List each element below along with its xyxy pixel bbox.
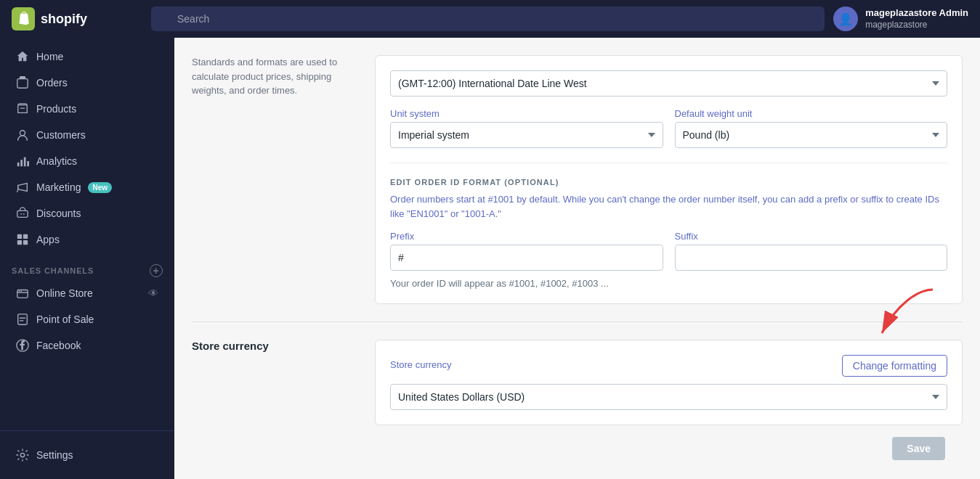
admin-store: mageplazastore	[865, 20, 968, 31]
eye-icon: 👁	[148, 287, 158, 299]
search-wrapper: 🔍	[151, 7, 825, 31]
svg-point-18	[20, 453, 24, 457]
store-currency-field-label: Store currency	[390, 359, 452, 370]
sidebar-item-discounts[interactable]: Discounts	[4, 200, 170, 226]
currency-header: Store currency Change formatting	[390, 355, 947, 377]
timezone-select[interactable]: (GMT-12:00) International Date Line West	[390, 70, 947, 97]
save-button[interactable]: Save	[892, 437, 945, 460]
weight-unit-col: Default weight unit Pound (lb)	[675, 108, 948, 148]
standards-settings-row: Standards and formats are used to calcul…	[192, 55, 963, 322]
svg-point-1	[20, 131, 25, 136]
sidebar-label-home: Home	[36, 51, 63, 62]
unit-system-label: Unit system	[390, 108, 663, 119]
svg-rect-10	[23, 234, 28, 239]
sidebar-label-orders: Orders	[36, 77, 68, 89]
sidebar-item-settings[interactable]: Settings	[4, 441, 170, 469]
svg-rect-9	[17, 234, 22, 239]
svg-rect-3	[20, 160, 23, 166]
sidebar-item-orders[interactable]: Orders	[4, 70, 170, 96]
sidebar-item-customers[interactable]: Customers	[4, 122, 170, 148]
store-currency-section-label: Store currency	[192, 340, 352, 352]
prefix-label: Prefix	[390, 231, 663, 242]
store-currency-panel: Store currency Change formatting United …	[375, 340, 963, 425]
prefix-col: Prefix	[390, 231, 663, 271]
home-icon	[16, 50, 29, 63]
marketing-new-badge: New	[88, 182, 112, 193]
weight-unit-label: Default weight unit	[675, 108, 948, 119]
apps-icon	[16, 233, 29, 246]
sidebar-item-products[interactable]: Products	[4, 96, 170, 122]
suffix-col: Suffix	[675, 231, 948, 271]
section-divider	[390, 163, 947, 163]
timezone-row: (GMT-12:00) International Date Line West	[390, 70, 947, 97]
sidebar-label-marketing: Marketing	[36, 181, 81, 193]
svg-point-7	[20, 213, 22, 215]
sidebar-item-analytics[interactable]: Analytics	[4, 148, 170, 174]
sidebar-label-facebook: Facebook	[36, 340, 81, 351]
sidebar-label-products: Products	[36, 103, 76, 115]
sidebar-item-apps[interactable]: Apps	[4, 226, 170, 253]
prefix-suffix-row: Prefix Suffix	[390, 231, 947, 271]
admin-name: mageplazastore Admin	[865, 7, 968, 20]
sidebar-label-apps: Apps	[36, 234, 60, 245]
svg-rect-12	[23, 240, 28, 245]
svg-rect-5	[27, 161, 29, 166]
unit-system-select[interactable]: Imperial system	[390, 122, 663, 148]
settings-label: Settings	[36, 449, 73, 461]
sidebar-label-pos: Point of Sale	[36, 314, 94, 325]
sidebar-label-customers: Customers	[36, 129, 86, 141]
standards-label-col: Standards and formats are used to calcul…	[192, 55, 352, 304]
svg-rect-2	[17, 163, 20, 166]
analytics-icon	[16, 155, 29, 168]
store-currency-row: Store currency Store currency Change for…	[192, 322, 963, 425]
svg-point-14	[19, 290, 20, 292]
sales-channels-section: SALES CHANNELS +	[0, 253, 174, 280]
facebook-icon	[16, 339, 29, 352]
suffix-input[interactable]	[675, 245, 948, 271]
top-navigation: shopify 🔍 👤 mageplazastore Admin magepla…	[0, 0, 980, 38]
svg-point-15	[20, 290, 22, 292]
store-currency-select[interactable]: United States Dollars (USD)	[390, 384, 947, 410]
sidebar-label-analytics: Analytics	[36, 155, 77, 167]
settings-gear-icon	[16, 449, 29, 462]
order-preview: Your order ID will appear as #1001, #100…	[390, 278, 947, 289]
weight-unit-select[interactable]: Pound (lb)	[675, 122, 948, 148]
footer-actions: Save	[192, 425, 963, 472]
store-currency-label-col: Store currency	[192, 340, 352, 425]
order-id-section-title: EDIT ORDER ID FORMAT (OPTIONAL)	[390, 178, 947, 187]
sidebar-item-home[interactable]: Home	[4, 44, 170, 70]
sidebar-item-online-store[interactable]: Online Store 👁	[4, 280, 170, 306]
unit-weight-row: Unit system Imperial system Default weig…	[390, 108, 947, 148]
shopify-bag-icon	[12, 7, 35, 30]
svg-rect-11	[17, 240, 22, 245]
main-layout: Home Orders Products Customers Analytics	[0, 38, 980, 479]
orders-icon	[16, 76, 29, 89]
pos-icon	[16, 313, 29, 326]
sidebar: Home Orders Products Customers Analytics	[0, 38, 174, 479]
customers-icon	[16, 128, 29, 142]
sidebar-label-online-store: Online Store	[36, 287, 93, 299]
sidebar-item-point-of-sale[interactable]: Point of Sale	[4, 306, 170, 332]
standards-desc: Standards and formats are used to calcul…	[192, 55, 352, 98]
svg-point-8	[23, 213, 25, 215]
svg-rect-6	[17, 210, 28, 217]
marketing-icon	[16, 181, 29, 194]
admin-info: mageplazastore Admin mageplazastore	[865, 7, 968, 30]
add-sales-channel-button[interactable]: +	[150, 264, 163, 277]
unit-system-col: Unit system Imperial system	[390, 108, 663, 148]
change-formatting-button[interactable]: Change formatting	[842, 355, 947, 377]
sidebar-bottom: Settings	[0, 430, 174, 473]
order-id-desc: Order numbers start at #1001 by default.…	[390, 192, 947, 221]
prefix-input[interactable]	[390, 245, 663, 271]
sales-channels-label: SALES CHANNELS	[12, 266, 94, 275]
search-input[interactable]	[151, 7, 825, 31]
avatar: 👤	[833, 7, 858, 31]
main-content: Standards and formats are used to calcul…	[174, 38, 980, 479]
suffix-label: Suffix	[675, 231, 948, 242]
sidebar-label-discounts: Discounts	[36, 208, 81, 219]
svg-rect-16	[18, 314, 28, 324]
standards-panel: (GMT-12:00) International Date Line West…	[375, 55, 963, 304]
products-icon	[16, 102, 29, 115]
sidebar-item-marketing[interactable]: Marketing New	[4, 174, 170, 200]
sidebar-item-facebook[interactable]: Facebook	[4, 332, 170, 359]
